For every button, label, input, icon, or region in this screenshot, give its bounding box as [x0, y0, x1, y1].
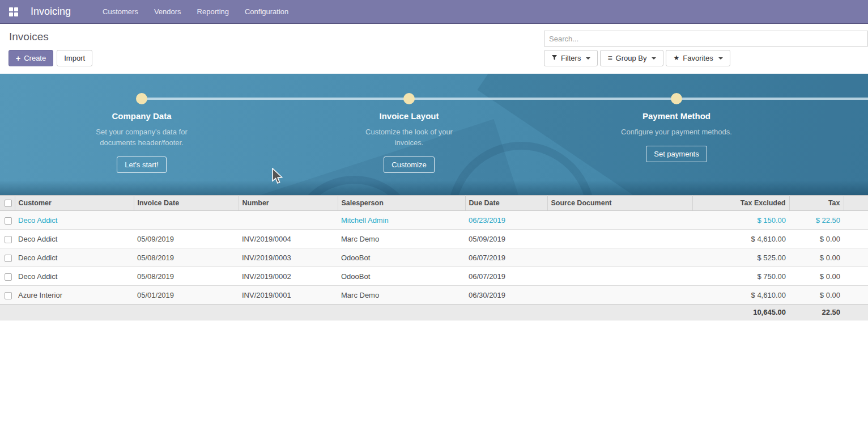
- menu-configuration[interactable]: Configuration: [245, 7, 288, 16]
- set-payments-button[interactable]: Set payments: [646, 146, 707, 162]
- cell-salesperson[interactable]: OdooBot: [338, 267, 465, 286]
- create-button[interactable]: + Create: [8, 50, 53, 66]
- cell-source-document[interactable]: [547, 286, 692, 305]
- step-title: Invoice Layout: [284, 111, 534, 121]
- cell-tax-excluded[interactable]: $ 150.00: [692, 211, 789, 230]
- cell-due-date[interactable]: 06/07/2019: [465, 248, 547, 267]
- cell-customer[interactable]: Deco Addict: [15, 267, 134, 286]
- cell-source-document[interactable]: [547, 267, 692, 286]
- row-checkbox[interactable]: [5, 217, 12, 225]
- cell-tax[interactable]: $ 0.00: [789, 230, 844, 248]
- table-row[interactable]: Deco Addict 05/08/2019 INV/2019/0002 Odo…: [0, 267, 868, 286]
- cell-number[interactable]: [239, 211, 338, 230]
- menu-customers[interactable]: Customers: [103, 7, 138, 16]
- filter-funnel-icon: [551, 54, 558, 62]
- chevron-down-icon: [586, 57, 590, 60]
- cell-due-date[interactable]: 06/30/2019: [465, 286, 547, 305]
- cell-trailing-empty: [844, 248, 868, 267]
- step-title: Payment Method: [552, 111, 801, 121]
- cell-number[interactable]: INV/2019/0002: [239, 267, 338, 286]
- cell-tax-excluded[interactable]: $ 4,610.00: [692, 230, 789, 248]
- col-invoice-date[interactable]: Invoice Date: [134, 196, 239, 211]
- group-by-icon: ≡: [607, 54, 612, 62]
- apps-grid-square: [9, 12, 13, 16]
- cell-due-date[interactable]: 06/07/2019: [465, 267, 547, 286]
- onboarding-step-invoice-layout: Invoice Layout Customize the look of you…: [284, 111, 534, 173]
- col-tax[interactable]: Tax: [789, 196, 844, 211]
- table-row[interactable]: Deco Addict 05/09/2019 INV/2019/0004 Mar…: [0, 230, 868, 248]
- cell-salesperson[interactable]: Mitchell Admin: [338, 211, 465, 230]
- apps-grid-square: [9, 7, 13, 11]
- filter-buttons: Filters ≡ Group By ★ Favorites: [544, 50, 730, 66]
- cell-tax[interactable]: $ 0.00: [789, 267, 844, 286]
- col-number[interactable]: Number: [239, 196, 338, 211]
- cell-source-document[interactable]: [547, 211, 692, 230]
- cell-customer[interactable]: Azure Interior: [15, 286, 134, 305]
- favorites-button[interactable]: ★ Favorites: [666, 50, 730, 66]
- action-buttons: + Create Import: [8, 50, 92, 66]
- cell-invoice-date[interactable]: 05/09/2019: [134, 230, 239, 248]
- cell-invoice-date[interactable]: [134, 211, 239, 230]
- cell-trailing-empty: [844, 267, 868, 286]
- onboarding-banner: Company Data Set your company's data for…: [0, 74, 868, 195]
- cell-trailing-empty: [844, 286, 868, 305]
- cell-due-date[interactable]: 06/23/2019: [465, 211, 547, 230]
- table-row[interactable]: Deco Addict 05/08/2019 INV/2019/0003 Odo…: [0, 248, 868, 267]
- step-title: Company Data: [17, 111, 266, 121]
- select-all-cell: [0, 196, 15, 211]
- cell-customer[interactable]: Deco Addict: [15, 248, 134, 267]
- step-dot-company-data: [136, 93, 147, 104]
- menu-reporting[interactable]: Reporting: [197, 7, 229, 16]
- col-salesperson[interactable]: Salesperson: [338, 196, 465, 211]
- cell-source-document[interactable]: [547, 248, 692, 267]
- table-row[interactable]: Deco Addict Mitchell Admin 06/23/2019 $ …: [0, 211, 868, 230]
- breadcrumb: Invoices: [9, 31, 49, 43]
- cell-tax-excluded[interactable]: $ 750.00: [692, 267, 789, 286]
- cell-tax[interactable]: $ 0.00: [789, 286, 844, 305]
- group-by-button[interactable]: ≡ Group By: [600, 50, 663, 66]
- create-button-label: Create: [24, 54, 46, 62]
- cell-salesperson[interactable]: Marc Demo: [338, 286, 465, 305]
- cell-invoice-date[interactable]: 05/08/2019: [134, 267, 239, 286]
- cell-tax-excluded[interactable]: $ 525.00: [692, 248, 789, 267]
- cell-invoice-date[interactable]: 05/01/2019: [134, 286, 239, 305]
- row-checkbox[interactable]: [5, 292, 12, 299]
- step-description: Customize the look of your invoices.: [351, 126, 467, 148]
- apps-grid-icon[interactable]: [9, 7, 18, 16]
- menu-vendors[interactable]: Vendors: [154, 7, 181, 16]
- step-dot-invoice-layout: [403, 93, 415, 104]
- lets-start-button[interactable]: Let's start!: [117, 157, 167, 173]
- customize-button[interactable]: Customize: [384, 157, 434, 173]
- cell-source-document[interactable]: [547, 230, 692, 248]
- cell-tax-excluded[interactable]: $ 4,610.00: [692, 286, 789, 305]
- cell-salesperson[interactable]: OdooBot: [338, 248, 465, 267]
- cell-tax[interactable]: $ 22.50: [789, 211, 844, 230]
- col-tax-excluded[interactable]: Tax Excluded: [692, 196, 789, 211]
- cell-number[interactable]: INV/2019/0003: [239, 248, 338, 267]
- col-customer[interactable]: Customer: [15, 196, 134, 211]
- cell-tax[interactable]: $ 0.00: [789, 248, 844, 267]
- col-source-document[interactable]: Source Document: [547, 196, 692, 211]
- row-checkbox[interactable]: [5, 273, 12, 281]
- step-description: Configure your payment methods.: [603, 126, 750, 137]
- col-trailing-empty: [844, 196, 868, 211]
- import-button-label: Import: [64, 54, 85, 62]
- table-row[interactable]: Azure Interior 05/01/2019 INV/2019/0001 …: [0, 286, 868, 305]
- table-header-row: Customer Invoice Date Number Salesperson…: [0, 196, 868, 211]
- step-dot-payment-method: [671, 93, 682, 104]
- col-due-date[interactable]: Due Date: [465, 196, 547, 211]
- cell-number[interactable]: INV/2019/0001: [239, 286, 338, 305]
- select-all-checkbox[interactable]: [5, 200, 12, 207]
- cell-number[interactable]: INV/2019/0004: [239, 230, 338, 248]
- cell-customer[interactable]: Deco Addict: [15, 211, 134, 230]
- cell-salesperson[interactable]: Marc Demo: [338, 230, 465, 248]
- import-button[interactable]: Import: [57, 50, 92, 66]
- search-input[interactable]: [544, 31, 868, 46]
- row-checkbox[interactable]: [5, 255, 12, 262]
- filters-button[interactable]: Filters: [544, 50, 598, 66]
- cell-invoice-date[interactable]: 05/08/2019: [134, 248, 239, 267]
- cell-due-date[interactable]: 05/09/2019: [465, 230, 547, 248]
- app-title[interactable]: Invoicing: [31, 6, 71, 18]
- row-checkbox[interactable]: [5, 236, 12, 243]
- cell-customer[interactable]: Deco Addict: [15, 230, 134, 248]
